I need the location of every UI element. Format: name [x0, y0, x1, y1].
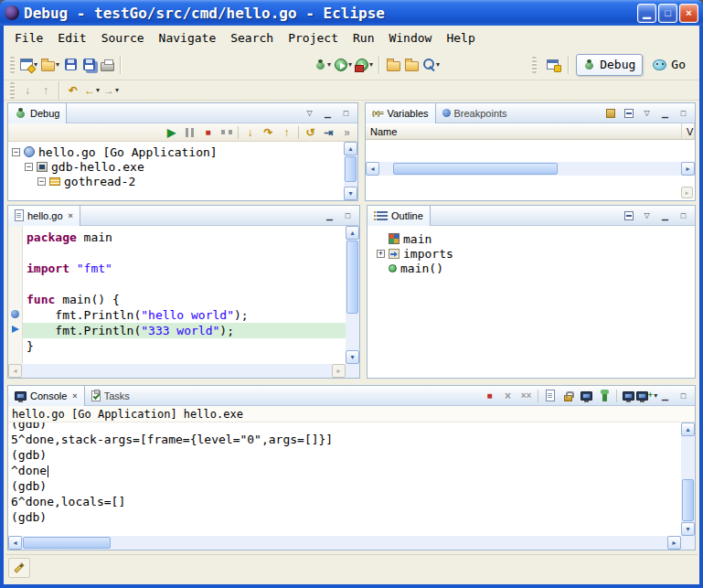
- close-button[interactable]: ×: [679, 4, 698, 23]
- scrollbar-thumb[interactable]: [345, 156, 357, 182]
- close-tab-icon[interactable]: ×: [69, 211, 73, 220]
- scroll-down-button[interactable]: ▾: [681, 522, 695, 536]
- scroll-left-button[interactable]: ◂: [8, 364, 22, 378]
- expander-icon[interactable]: +: [377, 250, 385, 258]
- chevron-down-icon[interactable]: ▾: [436, 60, 440, 69]
- scrollbar-thumb[interactable]: [682, 479, 694, 521]
- open-type-button[interactable]: [384, 54, 402, 76]
- column-value[interactable]: V: [682, 123, 695, 139]
- last-edit-location-button[interactable]: ↶: [64, 80, 82, 102]
- chevron-down-icon[interactable]: ▾: [96, 86, 100, 94]
- variables-horizontal-scrollbar[interactable]: ◂ ▸: [366, 162, 695, 176]
- close-tab-icon[interactable]: ×: [72, 391, 77, 401]
- scrollbar-thumb[interactable]: [393, 163, 558, 175]
- minimize-view-button[interactable]: ▁: [319, 105, 336, 122]
- next-annotation-button[interactable]: ↓: [18, 80, 37, 102]
- menu-project[interactable]: Project: [281, 28, 346, 48]
- clear-console-button[interactable]: [541, 388, 559, 404]
- expander-icon[interactable]: −: [37, 177, 46, 186]
- expander-icon[interactable]: −: [12, 148, 20, 156]
- scroll-down-button[interactable]: ▾: [346, 350, 359, 364]
- menu-file[interactable]: File: [7, 28, 50, 48]
- expander-icon[interactable]: −: [25, 163, 33, 171]
- title-bar[interactable]: Debug - testGo/src/cmd/hello.go - Eclips…: [0, 0, 703, 26]
- scroll-right-button-disabled[interactable]: ▸: [681, 187, 693, 198]
- tab-outline[interactable]: Outline: [367, 206, 431, 226]
- search-button[interactable]: ▾: [421, 54, 442, 76]
- show-logical-structure-button[interactable]: [602, 105, 619, 122]
- suspend-button[interactable]: [181, 124, 198, 141]
- maximize-view-button[interactable]: □: [339, 208, 357, 224]
- step-return-button[interactable]: ↑: [278, 124, 295, 141]
- menu-source[interactable]: Source: [94, 28, 152, 48]
- scroll-lock-button[interactable]: [559, 388, 577, 404]
- previous-annotation-button[interactable]: ↑: [37, 80, 55, 102]
- menu-window[interactable]: Window: [381, 28, 439, 48]
- back-button[interactable]: ←▾: [82, 80, 101, 102]
- outline-item-main-func[interactable]: main(): [377, 261, 695, 275]
- tab-breakpoints[interactable]: Breakpoints: [436, 103, 514, 123]
- tab-tasks[interactable]: Tasks: [85, 386, 136, 406]
- view-menu-button[interactable]: ▽: [638, 105, 655, 122]
- maximize-view-button[interactable]: □: [675, 208, 692, 224]
- minimize-button[interactable]: ▁: [637, 4, 656, 23]
- outline-item-imports[interactable]: + imports: [377, 246, 695, 261]
- toolbar-grip[interactable]: [532, 57, 537, 73]
- column-name[interactable]: Name: [366, 123, 682, 139]
- variables-tree[interactable]: [366, 140, 695, 162]
- save-button[interactable]: [61, 54, 80, 76]
- debug-tree-item-process[interactable]: − gdb-hello.exe: [8, 159, 344, 174]
- view-menu-button[interactable]: ▽: [301, 105, 318, 122]
- code-editor[interactable]: package main import "fmt" func main() { …: [23, 226, 346, 364]
- console-horizontal-scrollbar[interactable]: ◂ ▸: [8, 536, 681, 550]
- scroll-right-button[interactable]: ▸: [667, 536, 681, 550]
- menu-edit[interactable]: Edit: [50, 28, 93, 48]
- tab-hello-go[interactable]: hello.go ×: [8, 206, 80, 226]
- show-on-output-button[interactable]: [578, 388, 595, 404]
- minimize-view-button[interactable]: ▁: [656, 388, 674, 404]
- terminate-button[interactable]: ■: [199, 124, 217, 141]
- debug-tree[interactable]: − hello.go [Go Application] − gdb-hello.…: [8, 142, 344, 200]
- resume-button[interactable]: ▶: [163, 124, 180, 141]
- run-button[interactable]: ▾: [333, 54, 354, 76]
- menu-search[interactable]: Search: [223, 28, 281, 48]
- minimize-view-button[interactable]: ▁: [321, 208, 338, 224]
- console-output[interactable]: (gdb) 5^done,stack-args=[frame={level="0…: [8, 422, 681, 536]
- menu-help[interactable]: Help: [439, 28, 482, 48]
- scroll-up-button[interactable]: ▴: [346, 226, 359, 240]
- view-menu-button[interactable]: ▽: [638, 208, 655, 224]
- pin-console-button[interactable]: [596, 388, 613, 404]
- debug-tree-item-thread[interactable]: − gothread-2: [8, 174, 344, 188]
- editor-vertical-scrollbar[interactable]: ▴ ▾: [346, 226, 359, 364]
- perspective-go-button[interactable]: Go: [645, 54, 693, 76]
- scroll-up-button[interactable]: ▴: [344, 142, 357, 155]
- breakpoint-marker-icon[interactable]: [11, 310, 19, 318]
- chevron-down-icon[interactable]: ▾: [369, 60, 373, 69]
- debug-vertical-scrollbar[interactable]: ▴ ▾: [344, 142, 357, 200]
- chevron-down-icon[interactable]: ▾: [327, 60, 331, 69]
- print-button[interactable]: [98, 54, 116, 76]
- scroll-left-button[interactable]: ◂: [366, 162, 379, 176]
- step-into-button[interactable]: ↓: [241, 124, 259, 141]
- menu-run[interactable]: Run: [346, 28, 381, 48]
- toolbar-grip[interactable]: [10, 57, 15, 73]
- variables-detail-pane[interactable]: ▸: [366, 176, 695, 200]
- minimize-view-button[interactable]: ▁: [656, 208, 674, 224]
- drop-to-frame-button[interactable]: ↺: [302, 124, 319, 141]
- step-filters-button[interactable]: ⇥: [320, 124, 337, 141]
- disconnect-button[interactable]: [218, 124, 235, 141]
- tab-console[interactable]: Console ×: [8, 386, 85, 406]
- scroll-up-button[interactable]: ▴: [681, 422, 695, 436]
- outline-item-package[interactable]: main: [377, 231, 695, 246]
- current-instruction-pointer-icon[interactable]: [12, 326, 19, 333]
- scrollbar-thumb[interactable]: [23, 537, 111, 549]
- maximize-view-button[interactable]: □: [675, 388, 692, 404]
- new-element-button[interactable]: ▾: [39, 54, 61, 76]
- tab-debug[interactable]: Debug: [8, 103, 67, 123]
- debug-button[interactable]: ▾: [313, 54, 333, 76]
- new-wizard-button[interactable]: ▾: [18, 54, 39, 76]
- forward-button[interactable]: →▾: [101, 80, 121, 102]
- outline-tree[interactable]: main + imports main(): [367, 226, 695, 378]
- chevron-down-icon[interactable]: ▾: [56, 60, 59, 69]
- scroll-right-button[interactable]: ▸: [332, 364, 346, 378]
